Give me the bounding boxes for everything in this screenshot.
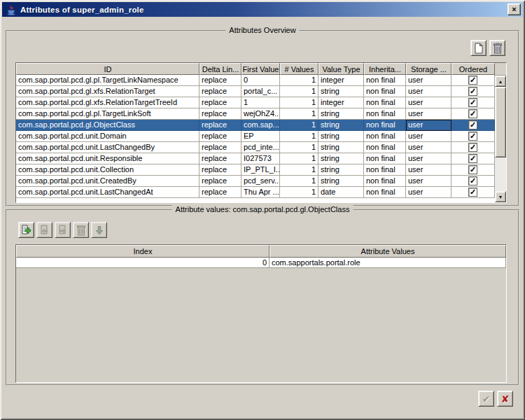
table-row[interactable]: com.sap.portal.pcd.gl.pl.TargetLinkSoftr… <box>16 108 495 120</box>
cell-ordered[interactable]: ✓ <box>451 176 495 187</box>
cell-id[interactable]: com.sap.portal.pcd.unit.LastChangedBy <box>16 142 200 153</box>
value-row[interactable]: 0com.sapportals.portal.role <box>16 258 506 268</box>
cell-num-values[interactable]: 1 <box>280 176 318 187</box>
table-row[interactable]: com.sap.portal.pcd.unit.LastChangedByrep… <box>16 142 495 153</box>
cell-num-values[interactable]: 1 <box>280 108 318 120</box>
cell-storage[interactable]: user <box>406 142 451 153</box>
table-row[interactable]: com.sap.portal.pcd.gl.pl.TargetLinkNames… <box>16 75 495 86</box>
cell-value-type[interactable]: string <box>318 108 364 120</box>
cell-delta-link[interactable]: replace <box>200 131 241 142</box>
cell-ordered[interactable]: ✓ <box>451 120 495 131</box>
cell-value-type[interactable]: string <box>318 120 364 131</box>
cell-num-values[interactable]: 1 <box>280 97 318 108</box>
cell-delta-link[interactable]: replace <box>200 153 241 164</box>
cell-delta-link[interactable]: replace <box>200 164 241 176</box>
cell-ordered[interactable]: ✓ <box>451 108 495 120</box>
cell-num-values[interactable]: 1 <box>280 86 318 97</box>
cell-first-value[interactable]: I027573 <box>241 153 280 164</box>
ordered-checkbox[interactable]: ✓ <box>468 87 477 96</box>
cell-storage[interactable]: user <box>406 131 451 142</box>
cell-ordered[interactable]: ✓ <box>451 86 495 97</box>
cell-inheritance[interactable]: non final <box>364 187 406 198</box>
cell-inheritance[interactable]: non final <box>364 142 406 153</box>
cell-delta-link[interactable]: replace <box>200 108 241 120</box>
column-header-attribute-values[interactable]: Attribute Values <box>270 245 506 258</box>
column-header-ordered[interactable]: Ordered <box>451 63 495 75</box>
cell-id[interactable]: com.sap.portal.pcd.unit.Responsible <box>16 153 200 164</box>
ordered-checkbox[interactable]: ✓ <box>468 165 477 174</box>
table-row[interactable]: com.sap.portal.pcd.gl.xfs.RelationTarget… <box>16 97 495 108</box>
cell-first-value[interactable]: pcd_inte... <box>241 142 280 153</box>
cell-storage[interactable]: user <box>406 108 451 120</box>
cell-storage[interactable]: user <box>406 187 451 198</box>
cell-storage[interactable]: user <box>406 97 451 108</box>
column-header-num-values[interactable]: # Values <box>280 63 318 75</box>
table-row[interactable]: com.sap.portal.pcd.unit.LastChangedAtrep… <box>16 187 495 198</box>
cell-value-type[interactable]: date <box>318 187 364 198</box>
cell-ordered[interactable]: ✓ <box>451 131 495 142</box>
ordered-checkbox[interactable]: ✓ <box>468 109 477 118</box>
vertical-scrollbar[interactable]: ▲ ▼ <box>495 63 506 202</box>
cell-storage[interactable]: user <box>406 86 451 97</box>
cell-value-type[interactable]: string <box>318 164 364 176</box>
cell-id[interactable]: com.sap.portal.pcd.unit.Domain <box>16 131 200 142</box>
cell-inheritance[interactable]: non final <box>364 75 406 86</box>
cell-id[interactable]: com.sap.portal.pcd.unit.Collection <box>16 164 200 176</box>
scrollbar-track[interactable] <box>495 87 506 191</box>
cell-inheritance[interactable]: non final <box>364 131 406 142</box>
title-bar[interactable]: Attributes of super_admin_role × <box>2 2 523 17</box>
ok-button[interactable]: ✔ <box>478 391 494 407</box>
new-attribute-button[interactable] <box>470 40 486 56</box>
cell-storage[interactable]: user <box>406 75 451 86</box>
cell-id[interactable]: com.sap.portal.pcd.gl.xfs.RelationTarget <box>16 86 200 97</box>
table-row[interactable]: com.sap.portal.pcd.unit.Responsiblerepla… <box>16 153 495 164</box>
column-header-storage[interactable]: Storage ... <box>406 63 451 75</box>
cell-ordered[interactable]: ✓ <box>451 97 495 108</box>
scrollbar-thumb[interactable] <box>495 87 506 158</box>
cell-inheritance[interactable]: non final <box>364 97 406 108</box>
export-value-button[interactable] <box>55 222 71 238</box>
table-row[interactable]: com.sap.portal.pcd.gl.ObjectClassreplace… <box>16 120 495 131</box>
cell-storage[interactable]: user <box>406 176 451 187</box>
cell-id[interactable]: com.sap.portal.pcd.unit.CreatedBy <box>16 176 200 187</box>
column-header-value-type[interactable]: Value Type <box>318 63 364 75</box>
cell-delta-link[interactable]: replace <box>200 176 241 187</box>
cell-first-value[interactable]: 1 <box>241 97 280 108</box>
cell-first-value[interactable]: wejOhZ4... <box>241 108 280 120</box>
cell-delta-link[interactable]: replace <box>200 142 241 153</box>
cell-inheritance[interactable]: non final <box>364 108 406 120</box>
cell-ordered[interactable]: ✓ <box>451 187 495 198</box>
import-value-button[interactable] <box>36 222 52 238</box>
cell-id[interactable]: com.sap.portal.pcd.gl.pl.TargetLinkNames… <box>16 75 200 86</box>
delete-value-button[interactable] <box>73 222 89 238</box>
ordered-checkbox[interactable]: ✓ <box>468 188 477 197</box>
cell-id[interactable]: com.sap.portal.pcd.gl.pl.TargetLinkSoft <box>16 108 200 120</box>
cell-first-value[interactable]: com.sap... <box>241 120 280 131</box>
cell-delta-link[interactable]: replace <box>200 120 241 131</box>
cell-storage[interactable]: user <box>406 164 451 176</box>
cell-first-value[interactable]: Thu Apr ... <box>241 187 280 198</box>
cell-num-values[interactable]: 1 <box>280 164 318 176</box>
cell-id[interactable]: com.sap.portal.pcd.gl.ObjectClass <box>16 120 200 131</box>
cell-first-value[interactable]: pcd_serv... <box>241 176 280 187</box>
cell-delta-link[interactable]: replace <box>200 187 241 198</box>
cell-value-type[interactable]: string <box>318 176 364 187</box>
cell-num-values[interactable]: 1 <box>280 142 318 153</box>
cell-ordered[interactable]: ✓ <box>451 142 495 153</box>
cell-first-value[interactable]: portal_c... <box>241 86 280 97</box>
table-row[interactable]: com.sap.portal.pcd.gl.xfs.RelationTarget… <box>16 86 495 97</box>
cell-delta-link[interactable]: replace <box>200 75 241 86</box>
cell-delta-link[interactable]: replace <box>200 86 241 97</box>
column-header-first-value[interactable]: First Value <box>241 63 280 75</box>
cell-first-value[interactable]: EP <box>241 131 280 142</box>
cell-num-values[interactable]: 1 <box>280 131 318 142</box>
cell-ordered[interactable]: ✓ <box>451 75 495 86</box>
scroll-up-button[interactable]: ▲ <box>495 76 506 87</box>
cell-value-type[interactable]: string <box>318 153 364 164</box>
cell-index[interactable]: 0 <box>16 258 270 268</box>
delete-attribute-button[interactable] <box>489 40 505 56</box>
cell-first-value[interactable]: IP_PTL_I... <box>241 164 280 176</box>
ordered-checkbox[interactable]: ✓ <box>468 176 477 186</box>
cell-id[interactable]: com.sap.portal.pcd.unit.LastChangedAt <box>16 187 200 198</box>
cell-num-values[interactable]: 1 <box>280 75 318 86</box>
